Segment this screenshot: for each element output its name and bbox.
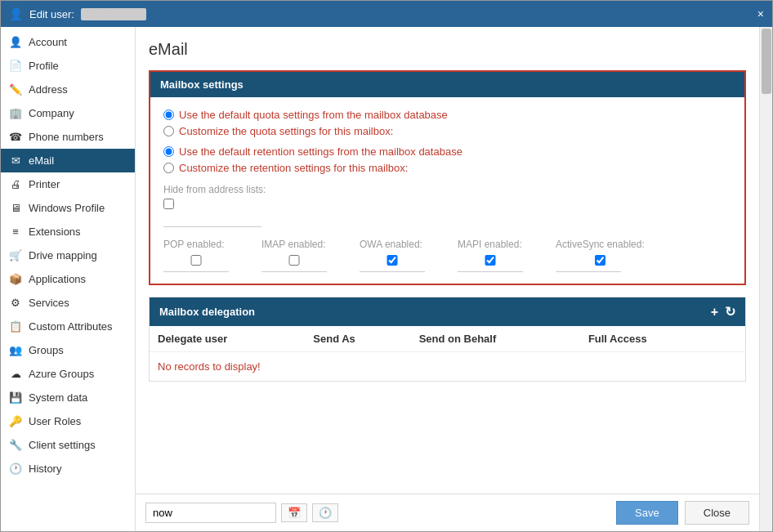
quota-custom-label[interactable]: Customize the quota settings for this ma…	[179, 125, 393, 137]
sidebar-item-azure-groups[interactable]: ☁Azure Groups	[1, 362, 135, 386]
sidebar-label-system-data: System data	[29, 391, 87, 404]
delegation-header-label: Mailbox delegation	[159, 306, 255, 318]
delegation-table: Delegate user Send As Send on Behalf Ful…	[150, 326, 745, 381]
retention-radio-group: Use the default retention settings from …	[163, 145, 731, 174]
pop-checkbox[interactable]	[163, 255, 229, 266]
retention-default-radio[interactable]	[163, 146, 174, 157]
sidebar-icon-user-roles: 🔑	[9, 415, 22, 427]
sidebar-item-extensions[interactable]: ≡Extensions	[1, 220, 135, 244]
mailbox-settings-header: Mailbox settings	[150, 72, 744, 97]
save-button[interactable]: Save	[616, 501, 678, 525]
quota-default-label[interactable]: Use the default quota settings from the …	[179, 109, 448, 121]
mailbox-settings-body: Use the default quota settings from the …	[150, 97, 744, 284]
quota-default-row: Use the default quota settings from the …	[163, 109, 731, 121]
activesync-checkbox[interactable]	[556, 255, 645, 266]
owa-label: OWA enabled:	[360, 239, 425, 250]
sidebar-item-email[interactable]: ✉eMail	[1, 149, 135, 172]
title-bar: 👤 Edit user: username ×	[1, 1, 772, 27]
sidebar-item-user-roles[interactable]: 🔑User Roles	[1, 409, 135, 433]
activesync-label: ActiveSync enabled:	[556, 239, 645, 250]
retention-custom-label[interactable]: Customize the retention settings for thi…	[179, 162, 408, 174]
sidebar-item-address[interactable]: ✏️Address	[1, 78, 135, 101]
sidebar-item-company[interactable]: 🏢Company	[1, 101, 135, 125]
title-bar-username: username	[81, 8, 146, 20]
owa-checkbox[interactable]	[360, 255, 425, 266]
content-inner: eMail Mailbox settings Use the default q…	[136, 27, 759, 494]
delegation-actions: + ↻	[711, 304, 735, 320]
sidebar-icon-email: ✉	[9, 154, 22, 167]
sidebar-item-client-settings[interactable]: 🔧Client settings	[1, 433, 135, 457]
close-window-button[interactable]: ×	[757, 7, 764, 20]
sidebar-label-applications: Applications	[29, 273, 86, 285]
sidebar-label-user-roles: User Roles	[29, 415, 81, 427]
imap-checkbox[interactable]	[261, 255, 327, 266]
sidebar-label-history: History	[29, 463, 61, 475]
footer-left: 📅 🕐	[145, 503, 338, 523]
user-icon: 👤	[9, 7, 23, 20]
sidebar-icon-windows-profile: 🖥	[9, 202, 22, 214]
col-send-on-behalf: Send on Behalf	[411, 326, 580, 352]
sidebar-icon-account: 👤	[9, 36, 22, 48]
retention-custom-radio[interactable]	[163, 163, 174, 173]
mapi-checkbox[interactable]	[458, 255, 523, 266]
sidebar-item-phone-numbers[interactable]: ☎Phone numbers	[1, 125, 135, 149]
retention-default-label[interactable]: Use the default retention settings from …	[179, 145, 462, 158]
scrollbar[interactable]	[759, 27, 772, 531]
sidebar-label-client-settings: Client settings	[29, 439, 96, 451]
hide-from-underline	[163, 211, 261, 227]
scrollbar-thumb[interactable]	[762, 29, 771, 94]
sidebar-icon-profile: 📄	[9, 60, 22, 72]
page-title: eMail	[149, 40, 746, 59]
sidebar-icon-phone-numbers: ☎	[9, 131, 22, 143]
col-actions	[716, 326, 745, 352]
sidebar-item-services[interactable]: ⚙Services	[1, 291, 135, 315]
sidebar-label-email: eMail	[29, 154, 54, 167]
delegation-refresh-button[interactable]: ↻	[725, 304, 735, 320]
sidebar-item-account[interactable]: 👤Account	[1, 30, 135, 54]
sidebar-label-services: Services	[29, 297, 69, 309]
sidebar-item-printer[interactable]: 🖨Printer	[1, 172, 135, 196]
mailbox-delegation-panel: Mailbox delegation + ↻ Delegate user Sen…	[149, 297, 746, 382]
sidebar-item-drive-mapping[interactable]: 🛒Drive mapping	[1, 244, 135, 267]
sidebar-label-windows-profile: Windows Profile	[29, 202, 105, 214]
sidebar-item-windows-profile[interactable]: 🖥Windows Profile	[1, 196, 135, 220]
sidebar-icon-custom-attributes: 📋	[9, 320, 22, 333]
quota-default-radio[interactable]	[163, 110, 174, 120]
clock-button[interactable]: 🕐	[312, 503, 338, 522]
quota-custom-row: Customize the quota settings for this ma…	[163, 125, 731, 137]
content-area: eMail Mailbox settings Use the default q…	[136, 27, 759, 531]
sidebar-item-custom-attributes[interactable]: 📋Custom Attributes	[1, 315, 135, 338]
sidebar-label-company: Company	[29, 107, 74, 119]
activesync-underline	[556, 270, 621, 272]
owa-underline	[360, 270, 425, 272]
sidebar-item-history[interactable]: 🕐History	[1, 457, 135, 481]
sidebar-icon-company: 🏢	[9, 107, 22, 119]
sidebar-label-address: Address	[29, 83, 68, 96]
sidebar-item-system-data[interactable]: 💾System data	[1, 386, 135, 409]
no-records-row: No records to display!	[150, 352, 745, 382]
calendar-button[interactable]: 📅	[281, 503, 307, 522]
quota-custom-radio[interactable]	[163, 126, 174, 136]
quota-radio-group: Use the default quota settings from the …	[163, 109, 731, 137]
sidebar-icon-system-data: 💾	[9, 391, 22, 404]
sidebar-item-groups[interactable]: 👥Groups	[1, 338, 135, 362]
sidebar-item-applications[interactable]: 📦Applications	[1, 267, 135, 291]
sidebar-icon-services: ⚙	[9, 297, 22, 309]
sidebar: 👤Account📄Profile✏️Address🏢Company☎Phone …	[1, 27, 136, 531]
sidebar-item-profile[interactable]: 📄Profile	[1, 54, 135, 78]
col-delegate-user: Delegate user	[150, 326, 305, 352]
footer: 📅 🕐 Save Close	[136, 494, 759, 531]
sidebar-icon-history: 🕐	[9, 463, 22, 475]
sidebar-label-profile: Profile	[29, 60, 59, 72]
title-bar-text: Edit user:	[29, 8, 74, 20]
delegation-add-button[interactable]: +	[711, 304, 718, 320]
sidebar-icon-extensions: ≡	[9, 226, 22, 238]
close-button[interactable]: Close	[685, 501, 749, 525]
pop-enabled-item: POP enabled:	[163, 239, 229, 272]
timestamp-input[interactable]	[145, 503, 276, 523]
hide-from-checkbox[interactable]	[163, 199, 174, 209]
pop-underline	[163, 270, 229, 272]
sidebar-icon-applications: 📦	[9, 273, 22, 285]
retention-custom-row: Customize the retention settings for thi…	[163, 162, 731, 174]
sidebar-icon-client-settings: 🔧	[9, 439, 22, 451]
